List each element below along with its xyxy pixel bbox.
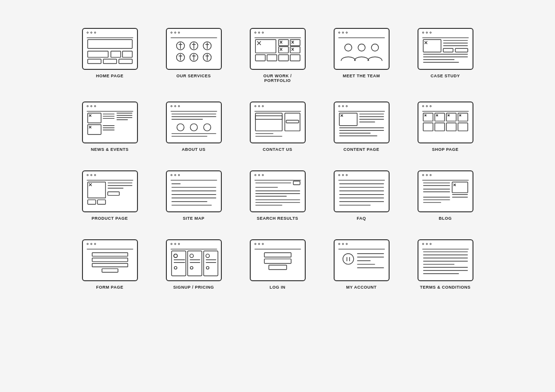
label-news-events: NEWS & EVENTS [91,147,129,152]
label-product-page: PRODUCT PAGE [92,216,128,221]
svg-point-86 [190,124,197,131]
svg-rect-199 [264,259,291,264]
icon-box-faq [334,170,390,212]
icon-box-product-page [82,170,138,212]
svg-rect-5 [88,59,101,64]
svg-rect-28 [255,40,276,53]
svg-rect-124 [446,123,456,131]
item-our-services[interactable]: OUR SERVICES [166,28,222,83]
icon-box-news-events [82,101,138,143]
item-terms[interactable]: TERMS & CONDITIONS [418,239,473,290]
label-signup-pricing: SIGNUP / PRICING [173,285,214,290]
icon-box-case-study [418,28,473,70]
item-shop-page[interactable]: SHOP PAGE [418,101,473,152]
icon-box-log-in [250,239,306,281]
svg-point-49 [358,44,365,51]
svg-rect-131 [97,200,105,204]
item-news-events[interactable]: NEWS & EVENTS [82,101,138,152]
svg-point-195 [190,266,193,269]
icon-box-about-us [166,101,222,143]
icon-box-our-work [250,28,306,70]
item-signup-pricing[interactable]: SIGNUP / PRICING [166,239,222,290]
item-form-page[interactable]: FORM PAGE [82,239,138,290]
svg-rect-165 [452,182,467,193]
svg-rect-43 [255,54,265,61]
label-log-in: LOG IN [270,285,286,290]
item-contact-us[interactable]: CONTACT US [250,101,306,152]
svg-rect-7 [119,59,132,64]
svg-rect-65 [88,113,101,123]
icon-box-site-map [166,170,222,212]
label-about-us: ABOUT US [182,147,206,152]
svg-rect-44 [267,54,277,61]
svg-rect-176 [92,253,127,257]
svg-rect-179 [102,269,117,272]
label-blog: BLOG [439,216,452,221]
svg-rect-31 [278,40,288,46]
icon-box-form-page [82,239,138,281]
svg-rect-130 [88,200,96,204]
icon-box-content-page [334,101,390,143]
svg-rect-119 [458,113,467,121]
item-our-work[interactable]: OUR WORK / PORTFOLIO [250,28,306,83]
svg-point-187 [190,254,193,258]
svg-point-194 [174,266,177,269]
svg-rect-93 [285,113,300,131]
icon-box-contact-us [250,101,306,143]
item-case-study[interactable]: CASE STUDY [418,28,473,83]
item-my-account[interactable]: MY ACCOUNT [334,239,390,290]
svg-point-196 [206,266,209,269]
label-my-account: MY ACCOUNT [346,285,377,290]
svg-point-48 [344,44,351,51]
label-form-page: FORM PAGE [96,285,123,290]
svg-rect-2 [88,51,108,57]
svg-rect-40 [290,47,300,53]
svg-rect-6 [103,59,116,64]
svg-point-185 [174,254,178,258]
item-meet-the-team[interactable]: MEET THE TEAM [334,28,390,83]
svg-rect-45 [278,54,288,61]
icon-box-home-page [82,28,138,70]
svg-point-202 [343,254,353,264]
svg-rect-92 [255,116,282,120]
label-content-page: CONTENT PAGE [343,147,379,152]
svg-rect-200 [268,265,286,270]
svg-rect-181 [171,251,186,276]
icon-box-shop-page [418,101,473,143]
icon-box-my-account [334,239,390,281]
svg-rect-146 [293,181,300,185]
item-search-results[interactable]: SEARCH RESULTS [250,170,306,221]
icon-box-signup-pricing [166,239,222,281]
svg-rect-122 [423,123,433,131]
item-about-us[interactable]: ABOUT US [166,101,222,152]
svg-rect-4 [122,51,132,57]
svg-rect-71 [88,125,101,135]
svg-rect-123 [435,123,445,131]
icon-box-our-services [166,28,222,70]
item-content-page[interactable]: CONTENT PAGE [334,101,390,152]
item-blog[interactable]: BLOG [418,170,473,221]
svg-rect-198 [264,253,291,257]
item-faq[interactable]: FAQ [334,170,390,221]
icon-box-blog [418,170,473,212]
icon-box-terms [418,239,473,281]
label-our-work: OUR WORK / PORTFOLIO [250,74,306,83]
svg-rect-113 [435,113,445,121]
svg-rect-177 [92,258,127,262]
svg-rect-178 [92,264,127,267]
svg-point-50 [371,44,378,51]
label-site-map: SITE MAP [183,216,205,221]
label-shop-page: SHOP PAGE [432,147,459,152]
svg-rect-1 [88,40,132,48]
item-home-page[interactable]: HOME PAGE [82,28,138,83]
label-case-study: CASE STUDY [431,74,460,78]
svg-rect-190 [204,251,218,276]
svg-point-85 [177,124,184,131]
item-site-map[interactable]: SITE MAP [166,170,222,221]
svg-rect-58 [443,48,453,52]
item-product-page[interactable]: PRODUCT PAGE [82,170,138,221]
item-log-in[interactable]: LOG IN [250,239,306,290]
svg-rect-186 [187,251,202,276]
icon-box-meet-the-team [334,28,390,70]
svg-rect-3 [110,51,120,57]
